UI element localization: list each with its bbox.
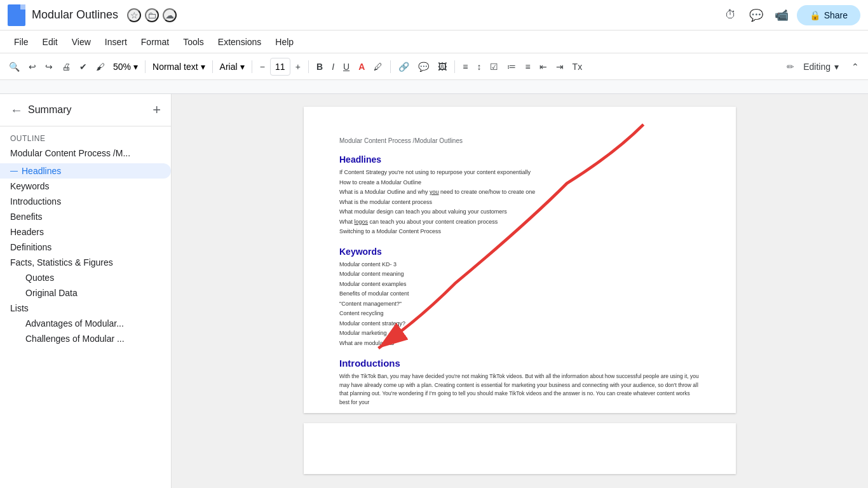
topbar: Modular Outlines ☆ 🗀 ☁ ⏱ 💬 📹 🔒 Share bbox=[0, 0, 868, 30]
align-button[interactable]: ≡ bbox=[459, 57, 471, 76]
outline-item-label: Headlines bbox=[22, 166, 61, 176]
ruler-bar bbox=[0, 80, 868, 94]
outline-item-headers[interactable]: Headers bbox=[0, 224, 171, 240]
doc-title: Modular Outlines bbox=[32, 8, 118, 22]
zoom-chevron-icon: ▾ bbox=[133, 62, 138, 72]
menu-help[interactable]: Help bbox=[269, 34, 300, 50]
outline-item-quotes[interactable]: Quotes bbox=[0, 270, 171, 285]
outline-item-definitions[interactable]: Definitions bbox=[0, 240, 171, 255]
outline-item-facts[interactable]: Facts, Statistics & Figures bbox=[0, 255, 171, 270]
comment-button[interactable]: 💬 bbox=[746, 5, 766, 25]
menu-tools[interactable]: Tools bbox=[177, 34, 210, 50]
keyword-item-2: Modular content meaning bbox=[339, 270, 700, 279]
outline-item-label: Benefits bbox=[10, 212, 43, 222]
redo-button[interactable]: ↪ bbox=[41, 57, 57, 76]
editing-label: Editing bbox=[803, 62, 831, 72]
outline-item-challenges[interactable]: Challenges of Modular ... bbox=[0, 331, 171, 346]
outline-item-introductions[interactable]: Introductions bbox=[0, 194, 171, 209]
history-button[interactable]: ⏱ bbox=[721, 5, 741, 25]
line-spacing-button[interactable]: ↕ bbox=[473, 57, 485, 76]
undo-button[interactable]: ↩ bbox=[25, 57, 40, 76]
star-button[interactable]: ☆ bbox=[127, 8, 141, 22]
collapse-toolbar-button[interactable]: ⌃ bbox=[848, 57, 863, 76]
outline-item-original-data[interactable]: Original Data bbox=[0, 285, 171, 301]
bold-button[interactable]: B bbox=[313, 57, 327, 76]
meet-button[interactable]: 📹 bbox=[771, 5, 792, 25]
outline-item-keywords[interactable]: Keywords bbox=[0, 179, 171, 194]
sidebar-summary-title: Summary bbox=[28, 104, 153, 116]
outline-item-benefits[interactable]: Benefits bbox=[0, 209, 171, 224]
menu-view[interactable]: View bbox=[65, 34, 97, 50]
toolbar-divider-4 bbox=[308, 60, 309, 73]
outline-item-label: Keywords bbox=[10, 181, 49, 191]
sidebar: ← Summary + Outline Modular Content Proc… bbox=[0, 94, 172, 488]
font-chevron-icon: ▾ bbox=[240, 62, 245, 72]
menu-extensions[interactable]: Extensions bbox=[212, 34, 268, 50]
outline-item-label: Quotes bbox=[25, 273, 54, 283]
clear-format-button[interactable]: Tx bbox=[569, 57, 587, 76]
menu-insert[interactable]: Insert bbox=[98, 34, 133, 50]
topbar-right: ⏱ 💬 📹 🔒 Share bbox=[721, 5, 860, 25]
outline-item-advantages[interactable]: Advantages of Modular... bbox=[0, 316, 171, 331]
outline-item-label: Headers bbox=[10, 227, 44, 237]
doc-area[interactable]: Modular Content Process /Modular Outline… bbox=[172, 94, 868, 488]
headline-item-7: Switching to a Modular Content Process bbox=[339, 227, 700, 236]
toolbar-divider-1 bbox=[145, 60, 146, 73]
keyword-item-6: Content recycling bbox=[339, 309, 700, 318]
spellcheck-button[interactable]: ✔ bbox=[76, 57, 91, 76]
headline-item-5: What modular design can teach you about … bbox=[339, 208, 700, 217]
increase-indent-button[interactable]: ⇥ bbox=[552, 57, 567, 76]
editing-button[interactable]: Editing ▾ bbox=[797, 59, 845, 74]
font-value: Arial bbox=[220, 62, 238, 72]
numbered-list-button[interactable]: ≡ bbox=[521, 57, 534, 76]
style-select[interactable]: Normal text ▾ bbox=[149, 58, 208, 76]
sidebar-add-button[interactable]: + bbox=[153, 102, 161, 118]
outline-item-lists[interactable]: Lists bbox=[0, 301, 171, 316]
checklist-button[interactable]: ☑ bbox=[486, 57, 502, 76]
font-size-decrease[interactable]: − bbox=[256, 57, 269, 76]
decrease-indent-button[interactable]: ⇤ bbox=[536, 57, 551, 76]
underline-button[interactable]: U bbox=[339, 57, 353, 76]
sidebar-back-button[interactable]: ← bbox=[10, 103, 23, 118]
font-size-input[interactable] bbox=[270, 58, 290, 76]
italic-button[interactable]: I bbox=[328, 57, 338, 76]
bullet-list-button[interactable]: ≔ bbox=[503, 57, 520, 76]
highlight-button[interactable]: 🖊 bbox=[370, 57, 386, 76]
print-button[interactable]: 🖨 bbox=[58, 57, 74, 76]
document-page-1: Modular Content Process /Modular Outline… bbox=[304, 107, 736, 413]
doc-keywords-heading: Keywords bbox=[339, 247, 700, 257]
main-area: ← Summary + Outline Modular Content Proc… bbox=[0, 94, 868, 488]
share-button[interactable]: 🔒 Share bbox=[797, 5, 860, 25]
share-label: Share bbox=[824, 10, 848, 20]
zoom-select[interactable]: 50% ▾ bbox=[110, 58, 141, 76]
outline-item-label: Facts, Statistics & Figures bbox=[10, 257, 113, 268]
toolbar: 🔍 ↩ ↪ 🖨 ✔ 🖌 50% ▾ Normal text ▾ Arial ▾ … bbox=[0, 53, 868, 80]
keyword-item-1: Modular content KD- 3 bbox=[339, 261, 700, 269]
outline-item-headlines[interactable]: Headlines bbox=[0, 163, 171, 179]
font-select[interactable]: Arial ▾ bbox=[217, 58, 248, 76]
outline-label: Outline bbox=[0, 126, 171, 146]
document-page-2 bbox=[304, 423, 736, 474]
menubar: File Edit View Insert Format Tools Exten… bbox=[0, 30, 868, 53]
folder-button[interactable]: 🗀 bbox=[145, 8, 159, 22]
headline-item-2: How to create a Modular Outline bbox=[339, 179, 700, 187]
font-size-increase[interactable]: + bbox=[292, 57, 304, 76]
style-chevron-icon: ▾ bbox=[201, 62, 205, 72]
toolbar-right: ✏ Editing ▾ ⌃ bbox=[787, 57, 863, 76]
toolbar-divider-3 bbox=[252, 60, 252, 73]
text-color-button[interactable]: A bbox=[355, 57, 369, 76]
search-toolbar-button[interactable]: 🔍 bbox=[5, 57, 24, 76]
headline-item-6: What logos can teach you about your cont… bbox=[339, 218, 700, 227]
toolbar-divider-2 bbox=[212, 60, 213, 73]
menu-edit[interactable]: Edit bbox=[36, 34, 64, 50]
paint-format-button[interactable]: 🖌 bbox=[92, 57, 109, 76]
toolbar-divider-5 bbox=[390, 60, 391, 73]
image-button[interactable]: 🖼 bbox=[434, 57, 451, 76]
menu-format[interactable]: Format bbox=[135, 34, 175, 50]
headline-item-4: What is the modular content process bbox=[339, 198, 700, 207]
link-button[interactable]: 🔗 bbox=[395, 57, 413, 76]
cloud-button[interactable]: ☁ bbox=[163, 8, 177, 22]
doc-headlines-list: If Content Strategy you're not using to … bbox=[339, 168, 700, 236]
menu-file[interactable]: File bbox=[8, 34, 35, 50]
comment-add-button[interactable]: 💬 bbox=[414, 57, 433, 76]
